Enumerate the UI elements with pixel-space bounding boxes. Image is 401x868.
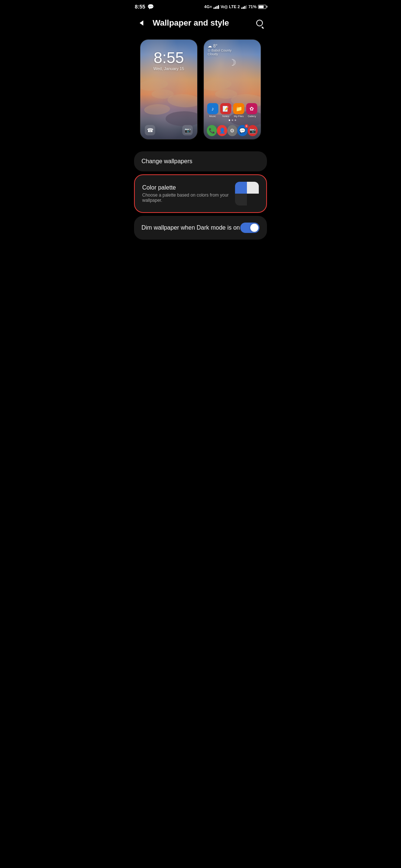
- change-wallpapers-card[interactable]: Change wallpapers: [134, 151, 267, 171]
- signal-icon: [213, 4, 219, 9]
- music-label: Music: [209, 115, 216, 118]
- search-icon: [256, 20, 263, 26]
- music-icon: ♪: [207, 103, 218, 114]
- header: Wallpaper and style: [128, 12, 273, 36]
- notes-icon: 📝: [220, 103, 231, 114]
- moon-icon: ☽: [228, 57, 237, 68]
- back-arrow-icon: [140, 20, 143, 26]
- dock-phone[interactable]: 📞: [207, 125, 217, 136]
- files-icon: 📁: [233, 103, 244, 114]
- weather-condition: Cloudy: [208, 52, 218, 56]
- status-right: 4G+ Vo)) LTE 2 71%: [204, 4, 266, 9]
- lock-time: 8:55: [144, 50, 193, 66]
- weather-temp: ☁ 8°: [208, 43, 218, 49]
- carrier-signal-icon: [241, 4, 247, 9]
- color-palette-text: Color palette Choose a palette based on …: [142, 184, 235, 203]
- dim-wallpaper-label: Dim wallpaper when Dark mode is on: [141, 224, 240, 231]
- app-grid: ♪ Music 📝 Notes 📁 My Files ✿ Gallery: [204, 103, 261, 118]
- status-time: 8:55: [135, 4, 145, 10]
- dock-camera[interactable]: 📷: [248, 125, 258, 136]
- lock-screen-content: 8:55 Wed, January 15: [140, 40, 197, 75]
- weather-widget: ☁ 8° ⊙ Babol County Cloudy: [204, 40, 261, 56]
- change-wallpapers-label: Change wallpapers: [141, 158, 192, 165]
- files-label: My Files: [234, 115, 244, 118]
- battery-percent: 71%: [248, 4, 257, 9]
- lock-bottom-row: ☎ 📷: [140, 125, 197, 135]
- status-bar: 8:55 💬 4G+ Vo)) LTE 2 71%: [128, 0, 273, 12]
- page-title: Wallpaper and style: [153, 18, 229, 28]
- page-dots: [204, 118, 261, 123]
- dock-contacts[interactable]: 👤: [217, 125, 227, 136]
- app-notes[interactable]: 📝 Notes: [220, 103, 231, 118]
- battery-icon: [258, 5, 266, 9]
- dim-wallpaper-toggle[interactable]: [240, 223, 260, 233]
- swatch-blue: [235, 182, 247, 194]
- dock-settings[interactable]: ⚙: [227, 125, 237, 136]
- status-left: 8:55 💬: [135, 4, 154, 10]
- dot-3: [235, 119, 236, 121]
- lock-date: Wed, January 15: [144, 66, 193, 71]
- color-palette-subtitle: Choose a palette based on colors from yo…: [142, 193, 235, 203]
- gallery-label: Gallery: [248, 115, 256, 118]
- app-music[interactable]: ♪ Music: [207, 103, 218, 118]
- gallery-icon: ✿: [246, 103, 257, 114]
- lock-camera-icon: 📷: [182, 125, 193, 135]
- vol-icon: Vo)): [221, 5, 228, 9]
- dock: 📞 👤 ⚙ 💬 5 📷: [204, 123, 261, 139]
- home-screen-preview[interactable]: ☁ 8° ⊙ Babol County Cloudy ☽ ♪ Music 📝 N…: [203, 39, 261, 139]
- back-button[interactable]: [135, 16, 148, 30]
- color-palette-title: Color palette: [142, 184, 235, 191]
- color-palette-card[interactable]: Color palette Choose a palette based on …: [134, 174, 267, 213]
- header-left: Wallpaper and style: [135, 16, 229, 30]
- swatch-dark2: [247, 194, 259, 206]
- dot-1: [229, 119, 230, 121]
- wallpaper-previews: 8:55 Wed, January 15 ☎ 📷 ☁ 8° ⊙ Babol Co…: [128, 36, 273, 148]
- lock-screen-preview[interactable]: 8:55 Wed, January 15 ☎ 📷: [140, 39, 198, 139]
- app-files[interactable]: 📁 My Files: [233, 103, 245, 118]
- dot-2: [232, 119, 233, 121]
- messages-badge: 5: [245, 124, 248, 128]
- dock-messages[interactable]: 💬 5: [237, 125, 247, 136]
- carrier-label: LTE 2: [229, 4, 240, 9]
- message-bubble-icon: 💬: [147, 4, 154, 10]
- home-spacer: [204, 68, 261, 103]
- dim-wallpaper-card[interactable]: Dim wallpaper when Dark mode is on: [134, 216, 267, 240]
- swatch-white: [247, 182, 259, 194]
- battery-fill: [259, 6, 264, 8]
- network-label: 4G+: [204, 4, 212, 9]
- lock-phone-icon: ☎: [145, 125, 155, 135]
- weather-location: ⊙ Babol County: [208, 49, 232, 52]
- search-button[interactable]: [253, 16, 266, 30]
- notes-label: Notes: [222, 115, 229, 118]
- toggle-thumb: [250, 224, 258, 232]
- app-gallery[interactable]: ✿ Gallery: [246, 103, 258, 118]
- home-screen-content: ☁ 8° ⊙ Babol County Cloudy ☽ ♪ Music 📝 N…: [204, 40, 261, 139]
- color-palette-swatch: [235, 182, 259, 206]
- swatch-dark1: [235, 194, 247, 206]
